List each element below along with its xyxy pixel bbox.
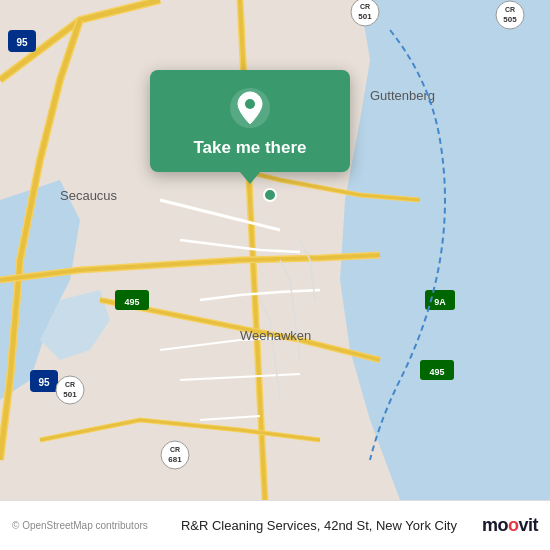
svg-text:495: 495 bbox=[429, 367, 444, 377]
svg-text:CR: CR bbox=[505, 6, 515, 13]
svg-text:CR: CR bbox=[65, 381, 75, 388]
place-name-label: R&R Cleaning Services, 42nd St, New York… bbox=[156, 518, 482, 533]
svg-text:95: 95 bbox=[38, 377, 50, 388]
svg-point-31 bbox=[245, 99, 255, 109]
svg-text:505: 505 bbox=[503, 15, 517, 24]
svg-text:495: 495 bbox=[124, 297, 139, 307]
svg-text:681: 681 bbox=[168, 455, 182, 464]
location-pin-icon bbox=[228, 86, 272, 130]
map-popup[interactable]: Take me there bbox=[150, 70, 350, 172]
moovit-logo: moovit bbox=[482, 515, 538, 536]
map-attribution: © OpenStreetMap contributors bbox=[12, 520, 148, 531]
svg-text:501: 501 bbox=[358, 12, 372, 21]
bottom-bar: © OpenStreetMap contributors R&R Cleanin… bbox=[0, 500, 550, 550]
svg-text:CR: CR bbox=[360, 3, 370, 10]
svg-text:9A: 9A bbox=[434, 297, 446, 307]
popup-label: Take me there bbox=[193, 138, 306, 158]
svg-text:Weehawken: Weehawken bbox=[240, 328, 311, 343]
svg-text:CR: CR bbox=[170, 446, 180, 453]
svg-point-29 bbox=[264, 189, 276, 201]
svg-text:Secaucus: Secaucus bbox=[60, 188, 118, 203]
svg-text:501: 501 bbox=[63, 390, 77, 399]
svg-text:95: 95 bbox=[16, 37, 28, 48]
map-container: 95 95 495 9A 495 CR 501 CR 505 CR 501 CR… bbox=[0, 0, 550, 500]
